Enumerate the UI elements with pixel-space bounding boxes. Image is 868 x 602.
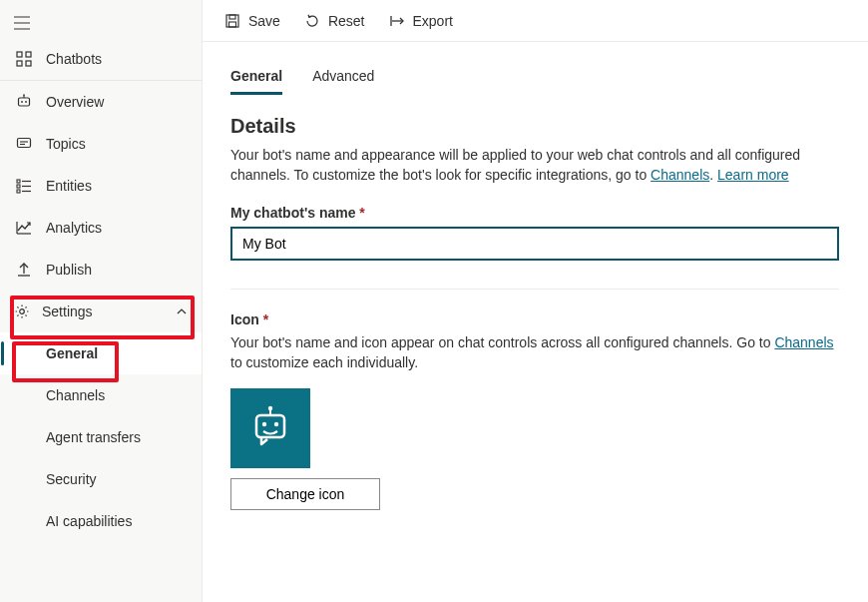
sidebar-item-label: Settings (42, 303, 93, 319)
svg-point-20 (20, 309, 25, 314)
tab-label: Advanced (312, 68, 374, 84)
reset-button[interactable]: Reset (294, 5, 375, 37)
svg-point-29 (262, 422, 266, 426)
save-button[interactable]: Save (215, 5, 290, 37)
section-title: Details (230, 115, 840, 138)
chart-line-icon (14, 220, 34, 236)
chat-icon (14, 136, 34, 152)
sidebar-subitem-label: AI capabilities (46, 513, 132, 529)
svg-rect-14 (17, 185, 20, 188)
export-button[interactable]: Export (379, 5, 463, 37)
channels-link[interactable]: Channels (651, 167, 709, 183)
svg-rect-23 (229, 22, 236, 27)
svg-point-30 (274, 422, 278, 426)
sidebar-item-topics[interactable]: Topics (0, 123, 202, 165)
chevron-up-icon (176, 305, 188, 317)
tab-label: General (230, 68, 282, 84)
sidebar-subitem-label: Channels (46, 387, 105, 403)
bot-avatar-icon (245, 403, 295, 453)
sidebar-item-label: Chatbots (46, 51, 102, 67)
svg-rect-1 (26, 52, 31, 57)
sidebar-subitem-agent-transfers[interactable]: Agent transfers (0, 416, 202, 458)
gear-icon (14, 303, 30, 319)
cmd-label: Export (413, 13, 453, 29)
sidebar-subitem-label: General (46, 345, 98, 361)
cmd-label: Save (248, 13, 280, 29)
sidebar-subitem-label: Agent transfers (46, 429, 141, 445)
grid-apps-icon (14, 51, 34, 67)
sidebar-item-chatbots[interactable]: Chatbots (0, 38, 202, 80)
sidebar-item-publish[interactable]: Publish (0, 249, 202, 291)
svg-rect-2 (17, 61, 22, 66)
learn-more-link[interactable]: Learn more (717, 167, 789, 183)
reset-icon (304, 13, 320, 29)
svg-rect-4 (19, 98, 30, 106)
sidebar-subitem-security[interactable]: Security (0, 458, 202, 500)
svg-rect-3 (26, 61, 31, 66)
sidebar-subitem-ai-capabilities[interactable]: AI capabilities (0, 500, 202, 542)
change-icon-button[interactable]: Change icon (230, 478, 380, 510)
chatbot-icon (14, 94, 34, 110)
sidebar-item-label: Analytics (46, 220, 102, 236)
tab-general[interactable]: General (230, 60, 282, 95)
bot-name-input[interactable] (230, 227, 839, 261)
save-icon (224, 13, 240, 29)
divider (230, 289, 839, 290)
svg-point-7 (21, 101, 23, 103)
svg-rect-16 (17, 190, 20, 193)
export-icon (389, 13, 405, 29)
sidebar-item-label: Publish (46, 262, 92, 278)
svg-rect-9 (18, 139, 31, 148)
svg-rect-0 (17, 52, 22, 57)
sidebar-subitem-label: Security (46, 471, 97, 487)
sidebar-subitem-channels[interactable]: Channels (0, 374, 202, 416)
svg-rect-12 (17, 180, 20, 183)
hamburger-icon (14, 16, 30, 30)
section-desc: Your bot's name and appearance will be a… (230, 146, 839, 185)
sidebar-subitem-general[interactable]: General (0, 332, 202, 374)
icon-field-label: Icon * (230, 311, 840, 327)
svg-point-27 (268, 406, 272, 410)
icon-desc: Your bot's name and icon appear on chat … (230, 333, 839, 372)
hamburger-menu[interactable] (0, 8, 44, 38)
cmd-label: Reset (328, 13, 365, 29)
list-icon (14, 178, 34, 194)
sidebar-item-label: Overview (46, 94, 104, 110)
sidebar-item-label: Entities (46, 178, 92, 194)
svg-point-6 (23, 94, 25, 96)
tab-advanced[interactable]: Advanced (312, 60, 374, 95)
name-field-label: My chatbot's name * (230, 205, 840, 221)
bot-icon-preview (230, 388, 310, 468)
svg-rect-21 (226, 15, 238, 27)
sidebar-item-overview[interactable]: Overview (0, 81, 202, 123)
channels-link-2[interactable]: Channels (774, 334, 833, 350)
sidebar-item-settings[interactable]: Settings (0, 291, 202, 332)
sidebar-item-entities[interactable]: Entities (0, 165, 202, 207)
svg-point-8 (25, 101, 27, 103)
sidebar-item-label: Topics (46, 136, 86, 152)
upload-icon (14, 262, 34, 278)
sidebar-item-analytics[interactable]: Analytics (0, 207, 202, 249)
svg-rect-22 (229, 15, 235, 19)
